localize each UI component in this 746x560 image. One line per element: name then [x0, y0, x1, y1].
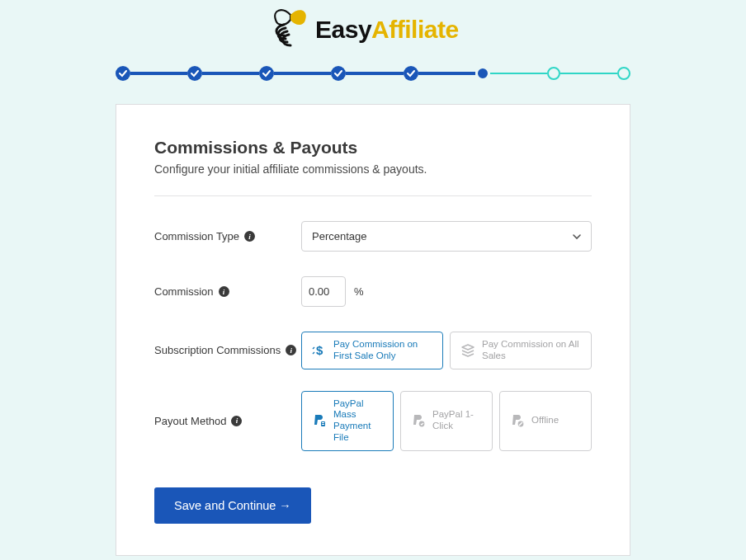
stack-icon: [460, 343, 475, 358]
step-7: [547, 67, 560, 80]
step-line: [560, 73, 617, 74]
step-4: [331, 66, 346, 81]
option-paypal-mass[interactable]: PayPal Mass Payment File: [301, 391, 394, 451]
paypal-offline-icon: [510, 413, 525, 428]
commission-input[interactable]: [301, 276, 346, 307]
step-3: [259, 66, 274, 81]
step-1: [116, 66, 130, 81]
option-label: PayPal 1-Click: [432, 409, 482, 432]
subscription-options: $ Pay Commission on First Sale Only Pay …: [301, 332, 592, 369]
step-line: [490, 73, 547, 74]
commission-unit: %: [354, 285, 364, 298]
step-5: [404, 66, 418, 81]
bee-logo-icon: EasyAffiliate: [266, 8, 480, 49]
paypal-file-icon: [312, 413, 327, 428]
option-label: PayPal Mass Payment File: [333, 398, 383, 444]
paypal-click-icon: [411, 413, 426, 428]
option-label: Pay Commission on First Sale Only: [333, 339, 432, 362]
row-subscription-commissions: Subscription Commissions i $ Pay Commiss…: [154, 332, 592, 369]
row-commission-type: Commission Type i Percentage: [154, 221, 592, 252]
label-commission: Commission i: [154, 285, 301, 298]
progress-stepper: [0, 66, 746, 104]
info-icon[interactable]: i: [244, 231, 255, 242]
option-label: Pay Commission on All Sales: [482, 339, 581, 362]
dollar-icon: $: [312, 343, 327, 358]
label-text: Payout Method: [154, 415, 226, 427]
label-commission-type: Commission Type i: [154, 230, 301, 242]
settings-card: Commissions & Payouts Configure your ini…: [116, 104, 630, 556]
payout-options: PayPal Mass Payment File PayPal 1-Click …: [301, 391, 592, 451]
step-line: [130, 72, 187, 75]
label-text: Subscription Commissions: [154, 344, 281, 356]
svg-rect-3: [322, 422, 324, 423]
label-payout-method: Payout Method i: [154, 415, 301, 427]
divider: [154, 195, 592, 196]
commission-type-select-wrap: Percentage: [301, 221, 592, 252]
step-8: [617, 67, 630, 80]
step-6-current: [475, 66, 490, 81]
step-line: [202, 72, 259, 75]
option-offline[interactable]: Offline: [499, 391, 592, 451]
commission-type-select[interactable]: Percentage: [301, 221, 592, 252]
label-text: Commission: [154, 285, 214, 298]
page-title: Commissions & Payouts: [154, 138, 592, 158]
step-2: [187, 66, 202, 81]
option-all-sales[interactable]: Pay Commission on All Sales: [450, 332, 592, 369]
svg-text:$: $: [316, 343, 323, 357]
step-line: [418, 72, 475, 75]
step-line: [274, 72, 331, 75]
option-first-sale-only[interactable]: $ Pay Commission on First Sale Only: [301, 332, 443, 369]
info-icon[interactable]: i: [219, 286, 229, 297]
brand-text-a: Easy: [315, 16, 372, 43]
label-text: Commission Type: [154, 230, 239, 242]
brand-logo: EasyAffiliate: [0, 0, 746, 66]
info-icon[interactable]: i: [286, 345, 296, 355]
svg-point-5: [419, 421, 425, 427]
svg-text:EasyAffiliate: EasyAffiliate: [315, 16, 459, 43]
step-line: [346, 72, 403, 75]
page-description: Configure your initial affiliate commiss…: [154, 162, 592, 176]
brand-text-b: Affiliate: [371, 16, 459, 43]
row-commission: Commission i %: [154, 276, 592, 307]
save-continue-button[interactable]: Save and Continue →: [154, 487, 311, 524]
info-icon[interactable]: i: [231, 416, 242, 426]
option-paypal-oneclick[interactable]: PayPal 1-Click: [400, 391, 493, 451]
svg-rect-4: [322, 424, 324, 425]
option-label: Offline: [531, 415, 559, 426]
label-subscription-commissions: Subscription Commissions i: [154, 344, 301, 356]
row-payout-method: Payout Method i PayPal Mass Payment File…: [154, 391, 592, 451]
